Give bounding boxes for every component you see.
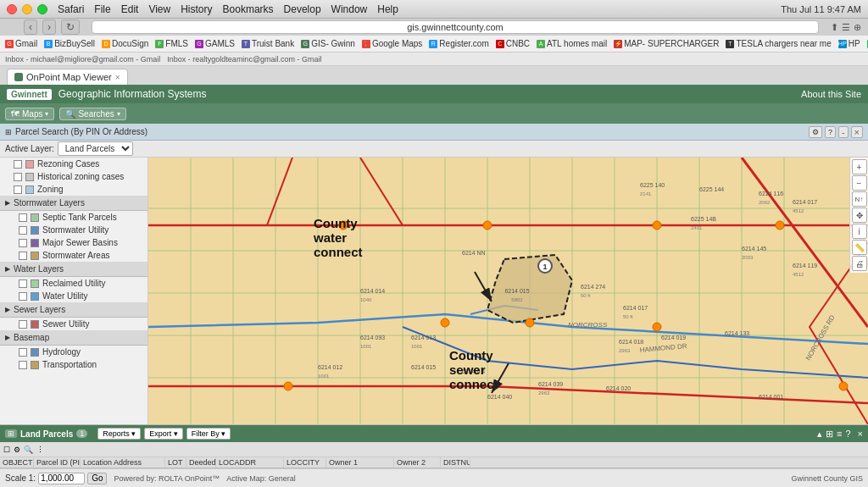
bookmark-fmls[interactable]: F FMLS — [155, 39, 188, 48]
zoom-in-button[interactable]: + — [852, 159, 867, 174]
layer-item-septic[interactable]: Septic Tank Parcels — [0, 211, 147, 224]
layer-item-zoning[interactable]: Zoning — [0, 183, 147, 196]
water-util-checkbox[interactable] — [19, 292, 27, 301]
menu-file[interactable]: File — [94, 3, 110, 15]
hydrology-checkbox[interactable] — [19, 348, 27, 357]
bookmark-truist[interactable]: T Truist Bank — [242, 39, 294, 48]
rezoning-checkbox[interactable] — [14, 160, 22, 169]
active-layer-label: Active Layer: — [5, 144, 54, 153]
share-icon[interactable]: ⬆ — [831, 22, 838, 33]
identify-button[interactable]: i — [852, 224, 867, 239]
map-area[interactable]: 1 6214 015 5802 6214 274 50 ft 6214 017 … — [148, 158, 868, 424]
bookmark-atlhomes[interactable]: A ATL homes mail — [537, 39, 607, 48]
back-button[interactable]: ‹ — [24, 19, 37, 35]
panel-help-button[interactable]: ? — [825, 126, 836, 138]
panel-minimize-button[interactable]: - — [838, 126, 849, 138]
menu-edit[interactable]: Edit — [121, 3, 139, 15]
menu-window[interactable]: Window — [331, 3, 368, 15]
inbox-tab-1[interactable]: Inbox - michael@migliore@gmail.com - Gma… — [5, 55, 160, 64]
bookmark-cnbc[interactable]: C CNBC — [496, 39, 530, 48]
sewer-section[interactable]: ▶ Sewer Layers — [0, 302, 147, 318]
basemap-section[interactable]: ▶ Basemap — [0, 330, 147, 346]
panel-list-button[interactable]: ≡ — [837, 429, 842, 440]
menu-safari[interactable]: Safari — [58, 3, 84, 15]
water-section[interactable]: ▶ Water Layers — [0, 262, 147, 277]
bookmark-tesla[interactable]: T TESLA chargers near me — [726, 39, 831, 48]
menu-view[interactable]: View — [148, 3, 170, 15]
menu-history[interactable]: History — [181, 3, 212, 15]
scale-input[interactable] — [38, 473, 85, 484]
active-tab[interactable]: OnPoint Map Viewer × — [7, 69, 128, 85]
go-button[interactable]: Go — [87, 473, 107, 484]
stormwater-section[interactable]: ▶ Stormwater Layers — [0, 196, 147, 211]
print-button[interactable]: 🖨 — [852, 256, 867, 271]
measure-button[interactable]: 📏 — [852, 240, 867, 255]
stormwater-util-checkbox[interactable] — [19, 226, 27, 235]
transportation-checkbox[interactable] — [19, 361, 27, 369]
forward-button[interactable]: › — [42, 19, 56, 35]
zoom-icon[interactable]: 🔍 — [24, 445, 33, 454]
minimize-window-button[interactable] — [22, 4, 32, 14]
bottom-panel-tabs-area: Reports ▾ Export ▾ Filter By ▾ — [97, 428, 231, 440]
zoom-out-button[interactable]: − — [852, 175, 867, 191]
close-window-button[interactable] — [7, 4, 17, 14]
reclaimed-checkbox[interactable] — [19, 279, 27, 288]
panel-help-icon[interactable]: ? — [845, 429, 850, 440]
layer-item-hist-zoning[interactable]: Historical zoning cases — [0, 170, 147, 183]
stormwater-areas-checkbox[interactable] — [19, 252, 27, 260]
new-tab-icon[interactable]: ⊕ — [854, 22, 861, 33]
layer-item-reclaimed[interactable]: Reclaimed Utility — [0, 277, 147, 290]
bookmark-register[interactable]: R Register.com — [429, 39, 488, 48]
refresh-button[interactable]: ↻ — [61, 19, 80, 35]
layer-item-water-util[interactable]: Water Utility — [0, 290, 147, 302]
select-all-icon[interactable]: ☐ — [3, 445, 10, 454]
panel-grid-button[interactable]: ⊞ — [826, 429, 833, 440]
tab-close-button[interactable]: × — [115, 73, 120, 82]
reclaimed-color — [31, 279, 39, 288]
settings-icon[interactable]: ⚙ — [14, 445, 20, 454]
hist-zoning-checkbox[interactable] — [14, 173, 22, 181]
menu-bookmarks[interactable]: Bookmarks — [223, 3, 274, 15]
sewer-basins-checkbox[interactable] — [19, 239, 27, 247]
bookmark-googlemaps[interactable]: 📍 Google Maps — [362, 39, 422, 48]
panel-settings-button[interactable]: ⚙ — [809, 126, 822, 138]
reading-list-icon[interactable]: ☰ — [842, 22, 850, 33]
fullscreen-window-button[interactable] — [37, 4, 47, 14]
more-icon[interactable]: ⋮ — [36, 445, 44, 454]
layer-item-transportation[interactable]: Transportation — [0, 358, 147, 371]
layer-item-sewer-basins[interactable]: Major Sewer Basins — [0, 236, 147, 249]
bookmarks-bar: G Gmail B BizBuySell D DocuSign F FMLS G… — [0, 36, 868, 53]
bookmark-gmail[interactable]: G Gmail — [5, 39, 37, 48]
compass-icon: N↑ — [852, 191, 867, 207]
septic-checkbox[interactable] — [19, 213, 27, 222]
about-site-link[interactable]: About this Site — [801, 89, 861, 99]
menu-help[interactable]: Help — [377, 3, 398, 15]
bookmark-supercharger[interactable]: ⚡ MAP- SUPERCHARGER — [614, 39, 719, 48]
reports-button[interactable]: Reports ▾ — [97, 428, 141, 440]
export-button[interactable]: Export ▾ — [144, 428, 183, 440]
maps-button[interactable]: 🗺 Maps ▾ — [5, 108, 54, 120]
bookmark-bizbuysell[interactable]: B BizBuySell — [44, 39, 95, 48]
zoning-checkbox[interactable] — [14, 185, 22, 194]
bookmark-gis[interactable]: G GIS- Gwinn — [301, 39, 355, 48]
filter-button[interactable]: Filter By ▾ — [186, 428, 231, 440]
layer-item-hydrology[interactable]: Hydrology — [0, 346, 147, 358]
menu-develop[interactable]: Develop — [284, 3, 321, 15]
sewer-util-checkbox[interactable] — [19, 320, 27, 329]
bookmark-docusign[interactable]: D DocuSign — [102, 39, 148, 48]
layer-item-sewer-util[interactable]: Sewer Utility — [0, 318, 147, 330]
active-layer-select[interactable]: Land Parcels — [58, 141, 133, 156]
layer-item-stormwater-util[interactable]: Stormwater Utility — [0, 224, 147, 236]
bottom-panel-close[interactable]: × — [858, 429, 863, 440]
address-bar[interactable]: gis.gwinnettcounty.com — [92, 20, 819, 34]
layer-item-rezoning[interactable]: Rezoning Cases — [0, 158, 147, 170]
pan-button[interactable]: ✥ — [852, 208, 867, 223]
bookmark-gamls[interactable]: G GAMLS — [195, 39, 235, 48]
bookmark-hp[interactable]: HP HP — [838, 39, 860, 48]
panel-expand-button[interactable]: ▴ — [817, 429, 822, 440]
searches-button[interactable]: 🔍 Searches ▾ — [59, 108, 125, 120]
panel-close-button[interactable]: × — [851, 126, 863, 138]
inbox-tab-2[interactable]: Inbox - realtygoldteaminc@gmail.com - Gm… — [167, 55, 321, 64]
layer-item-stormwater-areas[interactable]: Stormwater Areas — [0, 249, 147, 262]
col-header-pin: Parcel ID (PIN) — [34, 457, 81, 468]
